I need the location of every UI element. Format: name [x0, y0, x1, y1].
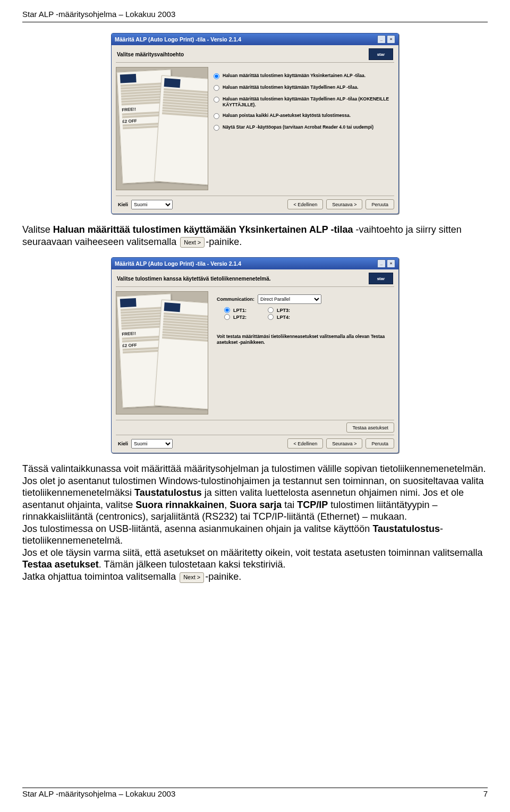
lpt4-option[interactable]: LPT4:	[268, 314, 290, 320]
page-footer: Star ALP -määritysohjelma – Lokakuu 2003…	[22, 788, 488, 798]
lpt4-label: LPT4:	[277, 315, 290, 320]
option-remove-alp[interactable]: Haluan poistaa kaikki ALP-asetukset käyt…	[214, 110, 393, 122]
dialog2-options: Communication: Direct Parallel LPT1: LPT…	[212, 291, 394, 415]
separator	[116, 62, 394, 63]
lpt4-radio[interactable]	[268, 314, 274, 320]
lpt3-label: LPT3:	[277, 308, 290, 313]
receipt-illustration: FREE!! £2 OFF	[116, 291, 208, 415]
header-rule	[22, 22, 488, 22]
inline-next-button: Next >	[180, 572, 204, 583]
inline-next-button: Next >	[180, 237, 205, 248]
receipt-illustration: FREE!! £2 OFF	[116, 67, 208, 190]
option-show-guide-radio[interactable]	[214, 125, 219, 131]
option-full-alp-radio[interactable]	[214, 85, 219, 91]
minimize-icon[interactable]: _	[377, 259, 386, 268]
cancel-button[interactable]: Peruuta	[366, 438, 394, 449]
option-full-alp-advanced[interactable]: Haluan määrittää tulostimen käyttämään T…	[214, 94, 393, 110]
option-label: Haluan määrittää tulostimen käyttämään T…	[223, 96, 393, 107]
option-remove-alp-radio[interactable]	[214, 113, 219, 119]
option-label: Näytä Star ALP -käyttöopas (tarvitaan Ac…	[223, 124, 373, 130]
lpt3-option[interactable]: LPT3:	[268, 307, 290, 313]
next-button[interactable]: Seuraava >	[326, 438, 362, 449]
cancel-button[interactable]: Peruuta	[366, 199, 394, 209]
lpt2-option[interactable]: LPT2:	[224, 314, 246, 320]
language-select[interactable]: Suomi	[131, 439, 173, 449]
dialog1-subtitle: Valitse määritysvaihtoehto	[117, 52, 184, 57]
language-select[interactable]: Suomi	[131, 200, 173, 209]
close-icon[interactable]: ×	[387, 259, 395, 268]
option-simple-alp[interactable]: Haluan määrittää tulostimen käyttämään Y…	[214, 70, 393, 82]
language-label: Kieli	[118, 202, 128, 207]
prev-button[interactable]: < Edellinen	[287, 199, 323, 209]
language-label: Kieli	[118, 441, 128, 446]
dialog2-title: Määritä ALP (Auto Logo Print) -tila - Ve…	[115, 260, 241, 267]
option-label: Haluan poistaa kaikki ALP-asetukset käyt…	[223, 113, 351, 119]
instruction-1: Valitse Haluan määrittää tulostimen käyt…	[22, 224, 488, 248]
footer-left: Star ALP -määritysohjelma – Lokakuu 2003	[22, 789, 175, 798]
lpt1-radio[interactable]	[224, 307, 230, 313]
separator	[116, 286, 394, 287]
option-simple-alp-radio[interactable]	[214, 73, 219, 79]
doc-header: Star ALP -määritysohjelma – Lokakuu 2003	[22, 10, 488, 19]
dialog1-options: Haluan määrittää tulostimen käyttämään Y…	[212, 67, 394, 190]
communication-label: Communication:	[217, 297, 254, 302]
test-settings-button[interactable]: Testaa asetukset	[346, 422, 394, 433]
option-full-alp-advanced-radio[interactable]	[214, 97, 219, 103]
dialog-2: Määritä ALP (Auto Logo Print) -tila - Ve…	[111, 257, 399, 453]
lpt1-option[interactable]: LPT1:	[224, 307, 246, 313]
close-icon[interactable]: ×	[387, 35, 395, 44]
prev-button[interactable]: < Edellinen	[287, 438, 323, 449]
dialog2-subtitle: Valitse tulostimen kanssa käytettävä tie…	[117, 276, 271, 282]
instruction-2: Tässä valintaikkunassa voit määrittää mä…	[22, 463, 488, 582]
lpt2-radio[interactable]	[224, 314, 230, 320]
star-logo: star	[369, 273, 393, 284]
next-button[interactable]: Seuraava >	[326, 199, 362, 209]
minimize-icon[interactable]: _	[377, 35, 386, 44]
lpt3-radio[interactable]	[268, 307, 274, 313]
dialog-1: Määritä ALP (Auto Logo Print) -tila - Ve…	[111, 33, 399, 214]
dialog1-title: Määritä ALP (Auto Logo Print) -tila - Ve…	[115, 36, 241, 43]
page-number: 7	[483, 789, 488, 798]
option-show-guide[interactable]: Näytä Star ALP -käyttöopas (tarvitaan Ac…	[214, 122, 393, 133]
test-note: Voit testata määrittämäsi tietoliikennea…	[217, 334, 390, 345]
option-label: Haluan määrittää tulostimen käyttämään T…	[223, 84, 359, 90]
lpt1-label: LPT1:	[233, 308, 246, 313]
lpt2-label: LPT2:	[233, 315, 246, 320]
communication-select[interactable]: Direct Parallel	[258, 294, 321, 304]
option-full-alp[interactable]: Haluan määrittää tulostimen käyttämään T…	[214, 82, 393, 94]
star-logo: star	[369, 48, 393, 60]
option-label: Haluan määrittää tulostimen käyttämään Y…	[223, 73, 366, 79]
